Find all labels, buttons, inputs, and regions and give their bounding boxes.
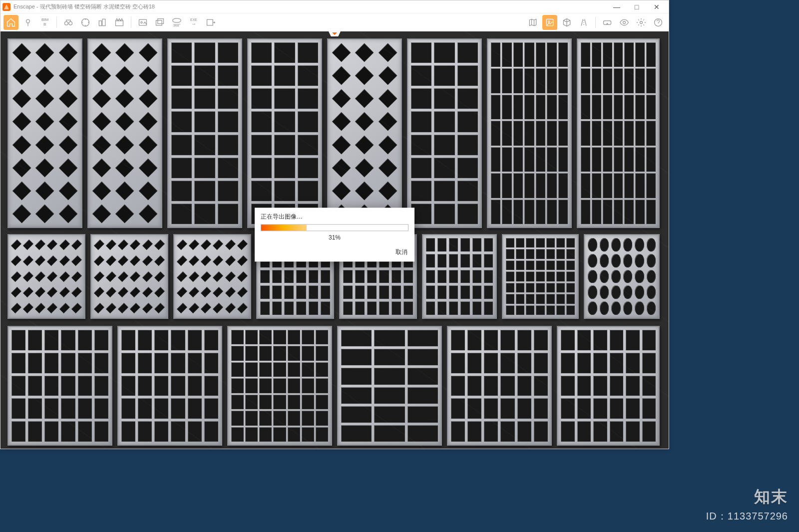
- svg-rect-12: [207, 19, 213, 25]
- svg-point-14: [548, 20, 550, 22]
- breeze-block-panel: [327, 38, 402, 228]
- progress-bar-fill: [261, 225, 307, 231]
- map-icon[interactable]: [525, 15, 540, 30]
- progress-percent-label: 31%: [255, 231, 414, 244]
- main-toolbar: BIM≡ 360° EXE→: [0, 13, 669, 31]
- vr-headset-icon[interactable]: [600, 15, 615, 30]
- render-viewport[interactable]: 正在导出图像… 31% 取消: [0, 31, 669, 449]
- title-bar: Enscape - 现代预制砖墙 镂空砖隔断 水泥镂空砖 空心砖18 — □ ✕: [0, 0, 669, 13]
- window-title: Enscape - 现代预制砖墙 镂空砖隔断 水泥镂空砖 空心砖18: [13, 3, 155, 10]
- breeze-block-panel: [337, 326, 442, 446]
- breeze-block-panel: [407, 38, 482, 228]
- panorama-360-icon[interactable]: 360°: [169, 15, 184, 30]
- settings-gear-icon[interactable]: [634, 15, 649, 30]
- breeze-block-panel: [487, 38, 572, 228]
- svg-rect-9: [156, 20, 162, 25]
- breeze-block-panel: [227, 326, 332, 446]
- breeze-block-panel: [87, 38, 162, 228]
- breeze-block-panel: [117, 326, 222, 446]
- help-icon[interactable]: [651, 15, 666, 30]
- eye-icon[interactable]: [617, 15, 632, 30]
- breeze-block-panel: [173, 234, 251, 319]
- svg-rect-15: [604, 20, 611, 24]
- svg-point-1: [65, 21, 68, 25]
- svg-point-16: [623, 21, 626, 23]
- maximize-button[interactable]: □: [627, 0, 647, 13]
- svg-point-11: [173, 18, 181, 22]
- svg-rect-5: [102, 19, 105, 25]
- svg-point-17: [640, 21, 643, 23]
- breeze-block-panel: [577, 38, 660, 228]
- export-exe-icon[interactable]: EXE→: [186, 15, 201, 30]
- close-button[interactable]: ✕: [647, 0, 667, 13]
- breeze-block-panel: [584, 234, 660, 319]
- export-progress-dialog: 正在导出图像… 31% 取消: [255, 208, 414, 262]
- toolbar-collapse-handle[interactable]: [329, 31, 341, 36]
- watermark-id: ID：1133757296: [706, 510, 788, 523]
- breeze-block-panel: [167, 38, 242, 228]
- cancel-button[interactable]: 取消: [396, 248, 407, 257]
- binoculars-icon[interactable]: [61, 15, 76, 30]
- clapperboard-icon[interactable]: [112, 15, 127, 30]
- progress-bar: [261, 224, 408, 231]
- batch-render-icon[interactable]: [152, 15, 167, 30]
- dialog-title: 正在导出图像…: [255, 208, 414, 224]
- location-pin-icon[interactable]: [20, 15, 35, 30]
- home-icon[interactable]: [3, 15, 18, 30]
- cube-icon[interactable]: [559, 15, 574, 30]
- breeze-block-panel: [7, 326, 112, 446]
- breeze-block-panel: [502, 234, 579, 319]
- road-icon[interactable]: [576, 15, 591, 30]
- minimize-button[interactable]: —: [607, 0, 627, 13]
- asset-library-icon[interactable]: [542, 15, 557, 30]
- breeze-block-panel: [90, 234, 168, 319]
- breeze-block-panel: [447, 326, 552, 446]
- watermark-brand: 知末: [754, 486, 788, 508]
- svg-rect-4: [99, 20, 101, 25]
- enscape-logo-icon: [2, 3, 10, 11]
- buildings-icon[interactable]: [95, 15, 110, 30]
- svg-rect-6: [116, 20, 123, 25]
- breeze-block-panel: [247, 38, 322, 228]
- breeze-block-panel: [557, 326, 660, 446]
- breeze-block-panel: [7, 234, 85, 319]
- svg-rect-10: [158, 18, 164, 23]
- svg-point-2: [69, 21, 72, 25]
- svg-point-0: [26, 19, 30, 23]
- enscape-window: Enscape - 现代预制砖墙 镂空砖隔断 水泥镂空砖 空心砖18 — □ ✕…: [0, 0, 669, 449]
- breeze-block-panel: [422, 234, 497, 319]
- breeze-block-panel: [7, 38, 82, 228]
- screenshot-icon[interactable]: [135, 15, 150, 30]
- bim-menu-icon[interactable]: BIM≡: [37, 15, 52, 30]
- export-web-icon[interactable]: [203, 15, 218, 30]
- svg-point-8: [141, 21, 142, 23]
- compass-icon[interactable]: [78, 15, 93, 30]
